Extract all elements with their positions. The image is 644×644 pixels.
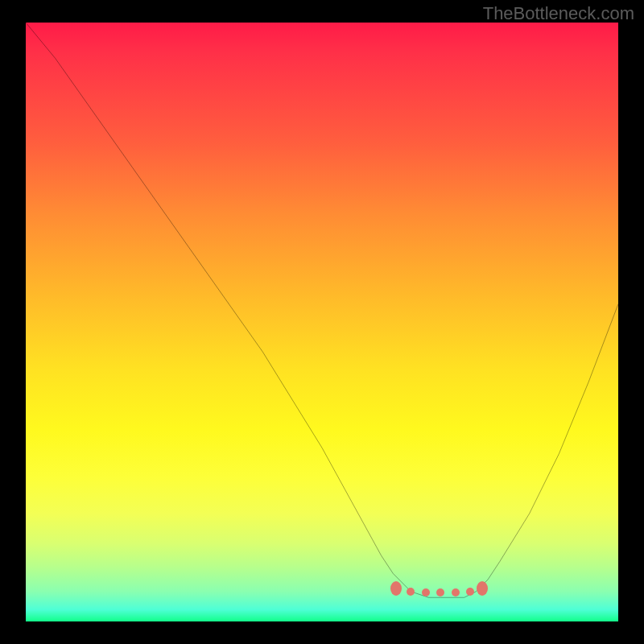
chart-plot-area [26, 23, 618, 621]
range-dot-marker [407, 588, 415, 596]
range-dot-marker [436, 588, 444, 597]
range-dot-marker [452, 588, 460, 597]
range-dot-marker [422, 588, 430, 597]
range-endpoint-marker [477, 581, 488, 596]
optimal-range-markers [26, 23, 618, 621]
range-dot-marker [466, 588, 474, 596]
range-endpoint-marker [390, 581, 402, 596]
watermark-text: TheBottleneck.com [483, 3, 634, 24]
